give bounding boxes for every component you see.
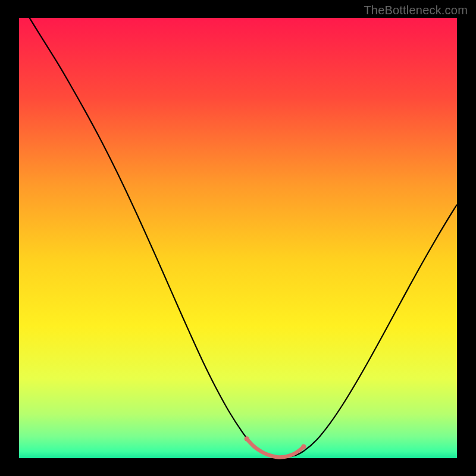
bottleneck-chart: TheBottleneck.com bbox=[0, 0, 476, 476]
watermark-label: TheBottleneck.com bbox=[364, 4, 468, 17]
plot-background bbox=[19, 18, 457, 458]
chart-canvas bbox=[0, 0, 476, 476]
highlight-endpoint bbox=[245, 436, 249, 441]
highlight-endpoint bbox=[301, 444, 306, 449]
